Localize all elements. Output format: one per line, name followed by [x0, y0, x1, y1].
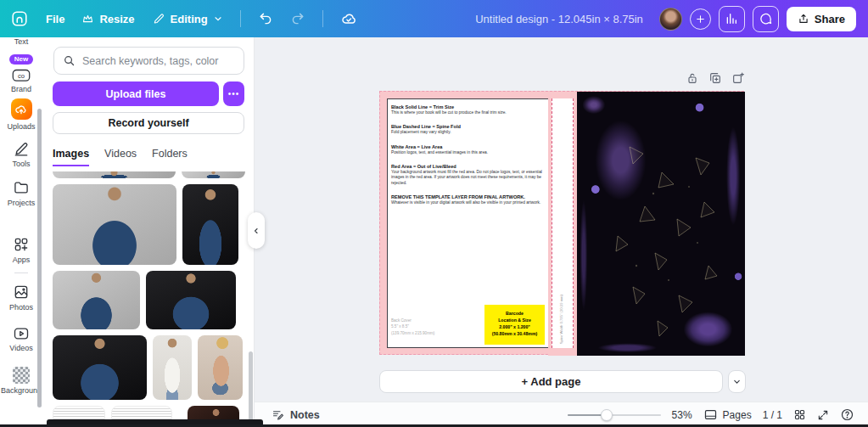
- top-bar: File Resize Editing: [0, 0, 868, 37]
- spine-width-label: Spine Width 0.795" (20.19 mm): [559, 295, 563, 344]
- tools-pencil-icon: [13, 140, 30, 157]
- page-count: 1 / 1: [763, 409, 782, 421]
- search-icon: [63, 54, 76, 67]
- panel-scrollbar[interactable]: [249, 351, 253, 427]
- resize-button[interactable]: Resize: [81, 13, 134, 25]
- svg-text:co: co: [18, 72, 25, 80]
- sidebar-item-projects[interactable]: Projects: [0, 179, 42, 207]
- template-body: This is where your book will be cut to p…: [391, 110, 544, 115]
- add-member-button[interactable]: [690, 8, 711, 30]
- record-yourself-button[interactable]: Record yourself: [53, 112, 244, 134]
- apps-grid-icon: [13, 236, 30, 253]
- help-button[interactable]: [840, 407, 854, 422]
- spine-area: Spine Width 0.795" (20.19 mm): [548, 92, 577, 356]
- sidebar-item-label: Projects: [8, 199, 36, 207]
- expand-icon: [817, 409, 829, 421]
- fullscreen-button[interactable]: [817, 409, 829, 421]
- sidebar-item-tools[interactable]: Tools: [0, 140, 42, 168]
- grid-view-button[interactable]: [793, 408, 806, 421]
- sidebar-item-label: Background: [1, 386, 42, 395]
- plus-icon: [695, 14, 706, 25]
- design-page-canvas[interactable]: Black Solid Line = Trim Size This is whe…: [379, 91, 744, 355]
- notes-button[interactable]: Notes: [272, 408, 320, 421]
- design-title[interactable]: Untitled design - 12.045in × 8.75in: [475, 13, 643, 25]
- upload-thumbnail[interactable]: [198, 335, 243, 400]
- upload-thumbnail[interactable]: [53, 271, 140, 329]
- upload-thumbnail[interactable]: [182, 184, 238, 265]
- avatar[interactable]: [659, 8, 682, 31]
- design-workspace[interactable]: Black Solid Line = Trim Size This is whe…: [255, 37, 868, 402]
- panel-tabs: Images Videos Folders: [53, 148, 188, 166]
- sidebar-item-brand[interactable]: New co Brand: [0, 54, 42, 93]
- notes-label: Notes: [290, 409, 320, 421]
- redo-icon: [290, 11, 305, 26]
- upload-thumbnail[interactable]: [153, 335, 192, 400]
- crown-icon: [81, 13, 94, 25]
- sidebar-item-videos[interactable]: Videos: [0, 326, 42, 352]
- upload-thumbnail[interactable]: [146, 271, 236, 329]
- front-cover-artwork[interactable]: [577, 92, 745, 356]
- resize-label: Resize: [99, 13, 134, 25]
- cloud-save-status-button[interactable]: [340, 10, 357, 27]
- upload-thumbnail[interactable]: [53, 184, 176, 265]
- search-box: [53, 47, 244, 75]
- upload-thumbnail[interactable]: [53, 171, 176, 178]
- insights-button[interactable]: [719, 6, 745, 32]
- zoom-level-value[interactable]: 53%: [672, 409, 692, 421]
- sidebar-item-uploads[interactable]: Uploads: [0, 98, 42, 131]
- upload-thumbnail[interactable]: [53, 335, 147, 400]
- upload-thumbnail[interactable]: [182, 171, 245, 178]
- comments-button[interactable]: [753, 6, 779, 32]
- template-body: Fold placement may vary slightly.: [391, 130, 544, 135]
- share-button[interactable]: Share: [787, 7, 856, 31]
- tab-folders[interactable]: Folders: [152, 148, 188, 166]
- barcode-placeholder[interactable]: Barcode Location & Size 2.000" x 1.200" …: [484, 305, 545, 345]
- upload-files-button[interactable]: Upload files: [53, 81, 219, 106]
- undo-button[interactable]: [258, 11, 273, 26]
- add-page-button[interactable]: + Add page: [379, 370, 723, 393]
- template-body: Whatever is visible in your digital artw…: [391, 200, 544, 205]
- sidebar-item-apps[interactable]: Apps: [0, 236, 42, 264]
- top-bar-left: File Resize Editing: [0, 9, 357, 28]
- notes-icon: [272, 408, 284, 421]
- template-heading: Black Solid Line = Trim Size: [391, 104, 544, 110]
- zoom-slider-thumb[interactable]: [601, 409, 613, 421]
- share-label: Share: [815, 13, 845, 25]
- redo-button[interactable]: [290, 11, 305, 26]
- pages-view-button[interactable]: Pages: [703, 407, 752, 422]
- brand-kit-icon: co: [12, 67, 31, 82]
- folder-icon: [13, 179, 30, 196]
- tab-videos[interactable]: Videos: [104, 148, 137, 166]
- template-section: Red Area = Out of Live/Bleed Your backgr…: [391, 164, 544, 186]
- sidebar-item-background[interactable]: Background: [0, 367, 42, 395]
- top-bar-right: Untitled design - 12.045in × 8.75in: [475, 6, 868, 32]
- upload-more-options-button[interactable]: •••: [223, 81, 244, 106]
- sidebar-item-text[interactable]: Text: [0, 37, 42, 46]
- search-input[interactable]: [82, 55, 227, 67]
- home-icon: [10, 9, 29, 28]
- barcode-line: 2.000" x 1.200": [484, 323, 545, 330]
- rail-scrollbar[interactable]: [37, 109, 42, 407]
- status-bar-right: 53% Pages 1 / 1: [568, 407, 854, 422]
- add-page-dropdown-button[interactable]: [728, 370, 746, 393]
- lock-page-button[interactable]: [686, 71, 699, 85]
- home-button[interactable]: [10, 9, 29, 28]
- template-section: Blue Dashed Line = Spine Fold Fold place…: [391, 124, 544, 135]
- sidebar-item-photos[interactable]: Photos: [0, 284, 42, 312]
- duplicate-page-button[interactable]: [708, 71, 722, 85]
- sidebar-item-label: Uploads: [7, 122, 35, 131]
- editing-mode-button[interactable]: Editing: [152, 12, 223, 25]
- tab-images[interactable]: Images: [53, 148, 89, 166]
- uploads-panel: Upload files ••• Record yourself Images …: [42, 37, 255, 427]
- pencil-icon: [152, 12, 165, 25]
- zoom-slider[interactable]: [568, 409, 661, 421]
- file-menu-button[interactable]: File: [46, 13, 64, 25]
- add-page-icon-button[interactable]: [731, 71, 745, 85]
- top-bar-divider: [322, 10, 323, 27]
- file-menu-label: File: [46, 13, 64, 25]
- template-heading: Red Area = Out of Live/Bleed: [391, 164, 544, 169]
- sidebar-item-label: Tools: [12, 160, 30, 168]
- collapse-panel-button[interactable]: [248, 212, 265, 249]
- comment-icon: [759, 12, 773, 26]
- barcode-line: (50.80mm x 30.48mm): [484, 330, 545, 337]
